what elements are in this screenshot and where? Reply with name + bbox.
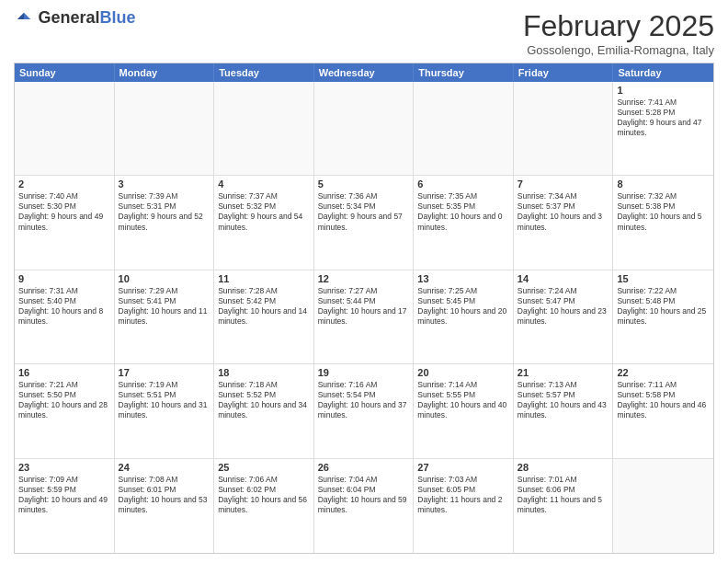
cell-info: Sunrise: 7:06 AM Sunset: 6:02 PM Dayligh…: [218, 475, 310, 515]
day-number: 9: [18, 273, 110, 284]
day-number: 19: [318, 367, 410, 378]
cell-info: Sunrise: 7:16 AM Sunset: 5:54 PM Dayligh…: [318, 380, 410, 420]
day-number: 27: [417, 462, 509, 473]
cell-info: Sunrise: 7:31 AM Sunset: 5:40 PM Dayligh…: [18, 286, 110, 327]
cell-info: Sunrise: 7:28 AM Sunset: 5:42 PM Dayligh…: [218, 286, 310, 327]
cell-info: Sunrise: 7:35 AM Sunset: 5:35 PM Dayligh…: [417, 191, 509, 232]
calendar-cell: 21Sunrise: 7:13 AM Sunset: 5:57 PM Dayli…: [514, 364, 614, 457]
calendar-cell: 10Sunrise: 7:29 AM Sunset: 5:41 PM Dayli…: [115, 270, 215, 363]
calendar-cell: 13Sunrise: 7:25 AM Sunset: 5:45 PM Dayli…: [414, 270, 514, 363]
calendar-cell: 25Sunrise: 7:06 AM Sunset: 6:02 PM Dayli…: [214, 459, 314, 553]
day-number: 3: [119, 178, 210, 190]
day-number: 25: [218, 462, 310, 473]
calendar-cell: 5Sunrise: 7:36 AM Sunset: 5:34 PM Daylig…: [314, 176, 415, 269]
cell-info: Sunrise: 7:01 AM Sunset: 6:06 PM Dayligh…: [518, 475, 609, 515]
day-number: 12: [318, 273, 410, 284]
calendar-cell: 9Sunrise: 7:31 AM Sunset: 5:40 PM Daylig…: [15, 270, 115, 363]
cell-info: Sunrise: 7:40 AM Sunset: 5:30 PM Dayligh…: [18, 191, 110, 232]
month-title: February 2025: [523, 9, 714, 43]
cell-info: Sunrise: 7:41 AM Sunset: 5:28 PM Dayligh…: [617, 98, 710, 138]
header: GeneralBlue February 2025 Gossolengo, Em…: [14, 9, 714, 57]
day-number: 11: [218, 273, 310, 284]
calendar-cell: 27Sunrise: 7:03 AM Sunset: 6:05 PM Dayli…: [414, 459, 514, 553]
day-number: 2: [18, 178, 110, 190]
cell-info: Sunrise: 7:09 AM Sunset: 5:59 PM Dayligh…: [18, 475, 110, 515]
calendar-cell: [314, 82, 415, 175]
svg-marker-1: [17, 13, 24, 19]
day-number: 8: [617, 178, 710, 190]
cell-info: Sunrise: 7:36 AM Sunset: 5:34 PM Dayligh…: [318, 191, 410, 232]
header-day-saturday: Saturday: [613, 63, 713, 82]
cell-info: Sunrise: 7:32 AM Sunset: 5:38 PM Dayligh…: [617, 191, 710, 232]
day-number: 10: [119, 273, 210, 284]
day-number: 22: [617, 367, 710, 378]
day-number: 17: [119, 367, 210, 378]
cell-info: Sunrise: 7:11 AM Sunset: 5:58 PM Dayligh…: [617, 380, 710, 420]
calendar-row-3: 9Sunrise: 7:31 AM Sunset: 5:40 PM Daylig…: [15, 270, 713, 364]
cell-info: Sunrise: 7:22 AM Sunset: 5:48 PM Dayligh…: [617, 286, 710, 327]
day-number: 28: [518, 462, 609, 473]
calendar-cell: 15Sunrise: 7:22 AM Sunset: 5:48 PM Dayli…: [613, 270, 713, 363]
calendar-cell: [115, 82, 215, 175]
cell-info: Sunrise: 7:37 AM Sunset: 5:32 PM Dayligh…: [218, 191, 310, 232]
day-number: 21: [518, 367, 609, 378]
day-number: 24: [119, 462, 210, 473]
title-area: February 2025 Gossolengo, Emilia-Romagna…: [523, 9, 714, 57]
calendar-row-1: 1Sunrise: 7:41 AM Sunset: 5:28 PM Daylig…: [15, 82, 713, 176]
cell-info: Sunrise: 7:13 AM Sunset: 5:57 PM Dayligh…: [518, 380, 609, 420]
calendar-cell: [15, 82, 115, 175]
day-number: 15: [617, 273, 710, 284]
calendar-cell: 4Sunrise: 7:37 AM Sunset: 5:32 PM Daylig…: [214, 176, 314, 269]
calendar-row-4: 16Sunrise: 7:21 AM Sunset: 5:50 PM Dayli…: [15, 364, 713, 458]
calendar-cell: [414, 82, 514, 175]
cell-info: Sunrise: 7:24 AM Sunset: 5:47 PM Dayligh…: [518, 286, 609, 327]
location: Gossolengo, Emilia-Romagna, Italy: [523, 43, 714, 57]
day-number: 1: [617, 85, 710, 96]
logo: GeneralBlue: [14, 9, 136, 28]
cell-info: Sunrise: 7:39 AM Sunset: 5:31 PM Dayligh…: [119, 191, 210, 232]
calendar-cell: 7Sunrise: 7:34 AM Sunset: 5:37 PM Daylig…: [514, 176, 614, 269]
calendar-cell: 18Sunrise: 7:18 AM Sunset: 5:52 PM Dayli…: [214, 364, 314, 457]
header-day-monday: Monday: [115, 63, 215, 82]
cell-info: Sunrise: 7:25 AM Sunset: 5:45 PM Dayligh…: [417, 286, 509, 327]
day-number: 23: [18, 462, 110, 473]
header-day-friday: Friday: [514, 63, 614, 82]
calendar-cell: 16Sunrise: 7:21 AM Sunset: 5:50 PM Dayli…: [15, 364, 115, 457]
calendar-cell: 19Sunrise: 7:16 AM Sunset: 5:54 PM Dayli…: [314, 364, 415, 457]
cell-info: Sunrise: 7:34 AM Sunset: 5:37 PM Dayligh…: [518, 191, 609, 232]
calendar-cell: 6Sunrise: 7:35 AM Sunset: 5:35 PM Daylig…: [414, 176, 514, 269]
calendar-cell: [514, 82, 614, 175]
calendar-cell: 26Sunrise: 7:04 AM Sunset: 6:04 PM Dayli…: [314, 459, 415, 553]
cell-info: Sunrise: 7:08 AM Sunset: 6:01 PM Dayligh…: [119, 475, 210, 515]
calendar-header: SundayMondayTuesdayWednesdayThursdayFrid…: [15, 63, 713, 82]
day-number: 7: [518, 178, 609, 190]
day-number: 14: [518, 273, 609, 284]
calendar-cell: 3Sunrise: 7:39 AM Sunset: 5:31 PM Daylig…: [115, 176, 215, 269]
calendar-cell: 8Sunrise: 7:32 AM Sunset: 5:38 PM Daylig…: [613, 176, 713, 269]
day-number: 4: [218, 178, 310, 190]
calendar-cell: 24Sunrise: 7:08 AM Sunset: 6:01 PM Dayli…: [115, 459, 215, 553]
cell-info: Sunrise: 7:19 AM Sunset: 5:51 PM Dayligh…: [119, 380, 210, 420]
day-number: 18: [218, 367, 310, 378]
calendar-cell: 23Sunrise: 7:09 AM Sunset: 5:59 PM Dayli…: [15, 459, 115, 553]
calendar-row-2: 2Sunrise: 7:40 AM Sunset: 5:30 PM Daylig…: [15, 176, 713, 270]
calendar-cell: 22Sunrise: 7:11 AM Sunset: 5:58 PM Dayli…: [613, 364, 713, 457]
calendar-cell: 1Sunrise: 7:41 AM Sunset: 5:28 PM Daylig…: [613, 82, 713, 175]
calendar-cell: 20Sunrise: 7:14 AM Sunset: 5:55 PM Dayli…: [414, 364, 514, 457]
day-number: 6: [417, 178, 509, 190]
page: GeneralBlue February 2025 Gossolengo, Em…: [0, 0, 728, 563]
day-number: 13: [417, 273, 509, 284]
header-day-wednesday: Wednesday: [314, 63, 415, 82]
calendar-row-5: 23Sunrise: 7:09 AM Sunset: 5:59 PM Dayli…: [15, 459, 713, 553]
cell-info: Sunrise: 7:18 AM Sunset: 5:52 PM Dayligh…: [218, 380, 310, 420]
cell-info: Sunrise: 7:29 AM Sunset: 5:41 PM Dayligh…: [119, 286, 210, 327]
calendar-body: 1Sunrise: 7:41 AM Sunset: 5:28 PM Daylig…: [15, 82, 713, 553]
logo-text: GeneralBlue: [38, 8, 135, 27]
cell-info: Sunrise: 7:03 AM Sunset: 6:05 PM Dayligh…: [417, 475, 509, 515]
calendar-cell: 14Sunrise: 7:24 AM Sunset: 5:47 PM Dayli…: [514, 270, 614, 363]
svg-marker-0: [24, 13, 30, 19]
header-day-thursday: Thursday: [414, 63, 514, 82]
cell-info: Sunrise: 7:21 AM Sunset: 5:50 PM Dayligh…: [18, 380, 110, 420]
calendar-cell: [613, 459, 713, 553]
calendar-cell: 12Sunrise: 7:27 AM Sunset: 5:44 PM Dayli…: [314, 270, 415, 363]
